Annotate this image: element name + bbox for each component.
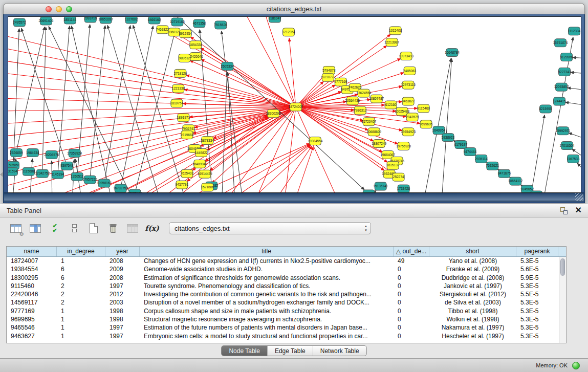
- graph-node[interactable]: 4671358: [193, 19, 206, 28]
- graph-node[interactable]: 10807487: [369, 95, 384, 103]
- cell-year[interactable]: 2008: [105, 274, 140, 282]
- graph-node[interactable]: 1350511: [71, 172, 83, 181]
- graph-node[interactable]: 2605334: [221, 62, 234, 70]
- cell-name[interactable]: 9465546: [7, 323, 57, 332]
- cell-out-de-[interactable]: 49: [394, 257, 429, 265]
- graph-node[interactable]: 7986312: [354, 106, 367, 115]
- vertical-scrollbar[interactable]: [559, 257, 566, 343]
- graph-node[interactable]: 17016504: [560, 142, 575, 150]
- graph-node[interactable]: 9129966: [560, 53, 573, 61]
- cell-short[interactable]: de Silva et al. (2003): [429, 298, 516, 307]
- graph-node[interactable]: 8181047: [268, 17, 281, 23]
- cell-out-de-[interactable]: 0: [394, 307, 429, 315]
- row-selection-button[interactable]: ✔✔: [47, 221, 62, 235]
- rows-button[interactable]: [67, 221, 82, 235]
- graph-node[interactable]: 1167533: [567, 155, 580, 163]
- cell-title[interactable]: Embryonic stem cells: a model to study s…: [140, 332, 394, 340]
- window-titlebar[interactable]: citations_edges.txt: [3, 3, 585, 14]
- table-row[interactable]: 2242004622012Investigating the contribut…: [7, 290, 566, 298]
- graph-node[interactable]: 2526059: [10, 148, 23, 157]
- graph-node[interactable]: 9699695: [420, 120, 433, 128]
- column-header-short[interactable]: short: [429, 247, 516, 256]
- network-canvas[interactable]: 2495572206914061851144209371910653287132…: [8, 16, 581, 193]
- graph-node[interactable]: 1984634: [26, 148, 39, 157]
- cell-title[interactable]: Structural magnetic resonance image aver…: [140, 315, 394, 323]
- cell-short[interactable]: Wolkin et al. (1998): [429, 315, 516, 323]
- graph-node[interactable]: 1244415: [553, 97, 566, 105]
- graph-node[interactable]: 19210772: [320, 73, 335, 81]
- cell-name[interactable]: 22420046: [7, 290, 57, 298]
- graph-node[interactable]: 8912954: [179, 30, 192, 38]
- cell-short[interactable]: Hescheler et al. (1997): [429, 332, 516, 340]
- graph-node[interactable]: 10654112: [508, 177, 523, 185]
- table-row[interactable]: 969969511998Structural magnetic resonanc…: [7, 315, 566, 323]
- cell-out-de-[interactable]: 0: [394, 323, 429, 332]
- graph-node[interactable]: 9115460: [417, 104, 430, 113]
- cell-year[interactable]: 2003: [105, 298, 140, 307]
- graph-node[interactable]: 9457791: [176, 181, 189, 189]
- graph-node[interactable]: 7632621: [486, 162, 499, 170]
- graph-node[interactable]: 1115688: [23, 167, 35, 176]
- graph-node[interactable]: 15720407: [361, 118, 376, 126]
- cell-name[interactable]: 18724007: [7, 257, 57, 265]
- cell-pagerank[interactable]: 5.3E-5: [516, 282, 558, 290]
- graph-node[interactable]: 1015408: [389, 27, 402, 35]
- graph-node[interactable]: 6179197: [454, 141, 468, 149]
- cell-pagerank[interactable]: 5.3E-5: [516, 332, 558, 340]
- graph-node[interactable]: 16914479: [198, 170, 212, 178]
- graph-node[interactable]: 2495572: [13, 18, 26, 27]
- combobox-stepper-icon[interactable]: ▲▼: [364, 224, 367, 232]
- graph-node[interactable]: 1112304: [568, 27, 581, 35]
- graph-node[interactable]: 10719185: [170, 18, 185, 26]
- cell-out-de-[interactable]: 0: [394, 315, 429, 323]
- graph-node[interactable]: 5938923: [442, 134, 455, 142]
- cell-pagerank[interactable]: 5.3E-5: [516, 307, 558, 315]
- graph-node[interactable]: 9397548: [60, 162, 74, 170]
- cell-year[interactable]: 1998: [105, 315, 140, 323]
- graph-node[interactable]: 1891971: [177, 114, 190, 122]
- graph-node[interactable]: 7625402: [181, 169, 194, 178]
- graph-node[interactable]: 1810754: [170, 99, 184, 107]
- cell-pagerank[interactable]: 5.6E-5: [516, 265, 558, 273]
- delete-table-button[interactable]: [105, 221, 121, 235]
- graph-node[interactable]: 1145194: [51, 170, 64, 179]
- cell-title[interactable]: Tourette syndrome. Phenomenology and cla…: [140, 282, 394, 290]
- float-panel-icon[interactable]: [560, 207, 568, 214]
- graph-node[interactable]: 6466160: [148, 17, 161, 24]
- cell-name[interactable]: 18300295: [7, 274, 57, 282]
- cell-in-degree[interactable]: 6: [57, 274, 105, 282]
- graph-node[interactable]: [531, 191, 542, 192]
- citation-network-graph[interactable]: 2495572206914061851144209371910653287132…: [8, 17, 581, 192]
- table-row[interactable]: 1938455462009Genome-wide association stu…: [7, 265, 566, 273]
- column-header-title[interactable]: title: [140, 247, 394, 256]
- cell-short[interactable]: Tibbo et al. (1998): [429, 307, 516, 315]
- graph-node[interactable]: 12213987: [384, 38, 399, 47]
- graph-node[interactable]: 15992971: [556, 127, 571, 135]
- column-visibility-button[interactable]: [28, 221, 43, 235]
- cell-in-degree[interactable]: 1: [57, 323, 105, 332]
- graph-node[interactable]: 19654923: [401, 128, 416, 136]
- graph-node[interactable]: 19756928: [396, 142, 411, 150]
- column-header-year[interactable]: year: [105, 247, 140, 256]
- cell-pagerank[interactable]: 5.3E-5: [516, 323, 558, 332]
- graph-node[interactable]: 989612: [179, 54, 190, 62]
- graph-node[interactable]: 1919684: [181, 131, 194, 139]
- graph-node[interactable]: 7485063: [403, 67, 417, 75]
- cell-short[interactable]: Yano et al. (2008): [429, 257, 516, 265]
- cell-title[interactable]: Disruption of a novel member of a sodium…: [140, 298, 394, 307]
- graph-node[interactable]: 9474444: [464, 148, 477, 156]
- cell-in-degree[interactable]: 2: [57, 298, 105, 307]
- graph-node[interactable]: 12093857: [554, 83, 569, 91]
- graph-node[interactable]: 1851144: [63, 17, 76, 24]
- cell-short[interactable]: Dudbridge et al. (2008): [429, 274, 516, 282]
- cell-pagerank[interactable]: 5.3E-5: [516, 315, 558, 323]
- table-settings-button[interactable]: ⚙: [8, 221, 24, 235]
- table-row[interactable]: 911546021997Tourette syndrome. Phenomeno…: [7, 282, 566, 290]
- table-row[interactable]: 946362711997Embryonic stem cells: a mode…: [7, 332, 566, 340]
- cell-name[interactable]: 14569117: [7, 298, 57, 307]
- graph-node[interactable]: 9463627: [402, 97, 415, 105]
- graph-node[interactable]: 2935114: [475, 155, 488, 163]
- cell-pagerank[interactable]: 5.3E-5: [516, 298, 558, 307]
- function-builder-button[interactable]: f(x): [144, 221, 160, 235]
- table-row[interactable]: 1830029562008Estimation of significance …: [7, 274, 566, 282]
